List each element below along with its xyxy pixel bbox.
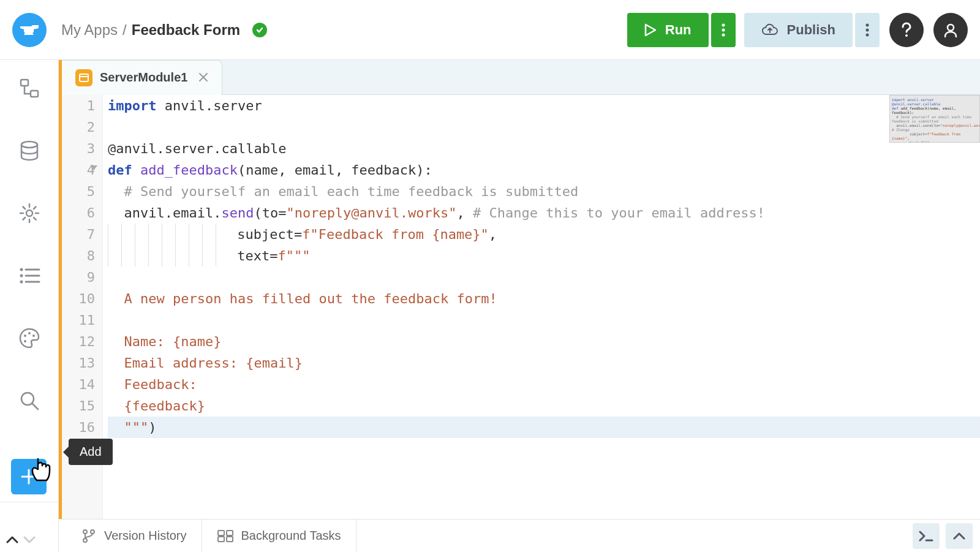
svg-point-2: [722, 33, 725, 36]
svg-point-1: [722, 28, 725, 31]
add-button[interactable]: [11, 459, 47, 494]
code-line[interactable]: subject=f"Feedback from {name}",: [108, 224, 980, 245]
svg-point-22: [21, 393, 34, 405]
tab-bar: ServerModule1: [59, 60, 980, 95]
code-line[interactable]: Email address: {email}: [108, 352, 980, 374]
svg-line-23: [32, 404, 38, 409]
sidebar-theme[interactable]: [17, 326, 42, 350]
svg-point-21: [24, 340, 26, 342]
tasks-icon: [217, 529, 234, 543]
breadcrumb-separator: /: [123, 21, 127, 39]
code-area[interactable]: import anvil.server@anvil.server.callabl…: [103, 95, 980, 519]
sidebar-settings[interactable]: [17, 201, 42, 225]
saved-check-badge: [252, 23, 267, 37]
svg-rect-9: [31, 91, 38, 97]
version-history-label: Version History: [104, 529, 187, 543]
svg-point-0: [722, 23, 725, 26]
svg-point-30: [83, 530, 87, 534]
svg-point-19: [28, 332, 31, 335]
tab-close[interactable]: [198, 70, 208, 86]
anvil-logo[interactable]: [12, 13, 47, 47]
breadcrumb-app-name[interactable]: Feedback Form: [132, 21, 240, 39]
git-branch-icon: [81, 528, 97, 544]
code-line[interactable]: anvil.email.send(to="noreply@anvil.works…: [108, 202, 980, 224]
code-line[interactable]: A new person has filled out the feedback…: [108, 288, 980, 309]
svg-point-11: [26, 210, 32, 216]
svg-point-5: [866, 33, 869, 36]
code-line[interactable]: Feedback:: [108, 374, 980, 395]
svg-point-18: [24, 335, 26, 337]
tree-icon: [18, 77, 40, 99]
anvil-icon: [19, 24, 40, 36]
chevron-up-icon: [953, 532, 965, 540]
code-line[interactable]: # Send yourself an email each time feedb…: [108, 181, 980, 202]
code-line[interactable]: [108, 116, 980, 138]
version-history-tab[interactable]: Version History: [66, 520, 202, 553]
breadcrumb-parent[interactable]: My Apps: [61, 21, 118, 39]
svg-rect-26: [80, 74, 88, 81]
tab-servermodule1[interactable]: ServerModule1: [62, 60, 222, 95]
svg-point-4: [866, 28, 869, 31]
play-icon: [644, 23, 657, 37]
sidebar-logs[interactable]: [17, 263, 42, 288]
server-module-icon: [75, 69, 92, 86]
sidebar-app-browser[interactable]: [17, 76, 42, 100]
code-editor[interactable]: 12345678910111213141516 import anvil.ser…: [59, 95, 980, 519]
code-line[interactable]: {feedback}: [108, 395, 980, 417]
code-line[interactable]: Name: {name}: [108, 331, 980, 352]
svg-point-20: [32, 335, 35, 337]
search-icon: [19, 390, 40, 411]
run-button[interactable]: Run: [627, 13, 709, 47]
minimap[interactable]: import anvil.server @anvil.server.callab…: [889, 95, 980, 143]
nav-down[interactable]: [21, 531, 38, 548]
svg-rect-8: [21, 80, 28, 86]
code-line[interactable]: def add_feedback(name, email, feedback):: [108, 159, 980, 181]
publish-more-button[interactable]: [855, 13, 880, 47]
nav-chevrons: [0, 502, 59, 552]
more-vertical-icon: [722, 23, 725, 37]
palette-icon: [18, 327, 40, 349]
top-bar: My Apps / Feedback Form Run Publish: [0, 0, 980, 60]
user-icon: [943, 22, 959, 38]
sidebar-search[interactable]: [17, 388, 42, 413]
code-line[interactable]: text=f""": [108, 245, 980, 267]
code-line[interactable]: [108, 267, 980, 288]
svg-rect-35: [218, 537, 224, 542]
sidebar-data[interactable]: [17, 138, 42, 163]
list-icon: [18, 267, 40, 285]
code-line[interactable]: import anvil.server: [108, 95, 980, 116]
help-button[interactable]: [889, 13, 924, 47]
breadcrumb: My Apps / Feedback Form: [61, 21, 267, 39]
svg-point-32: [91, 530, 94, 534]
code-line[interactable]: """): [108, 417, 980, 438]
svg-rect-33: [218, 531, 224, 535]
code-line[interactable]: @anvil.server.callable: [108, 138, 980, 159]
code-line[interactable]: [108, 309, 980, 331]
svg-point-31: [83, 539, 87, 542]
svg-point-14: [20, 274, 23, 278]
run-label: Run: [665, 22, 692, 38]
publish-button[interactable]: Publish: [744, 13, 853, 47]
svg-rect-34: [227, 531, 233, 535]
more-vertical-icon: [865, 23, 869, 37]
svg-point-7: [948, 25, 954, 31]
console-button[interactable]: [913, 523, 940, 549]
nav-up[interactable]: [4, 531, 21, 548]
gear-icon: [18, 202, 40, 224]
question-icon: [901, 22, 912, 38]
add-tooltip: Add: [69, 439, 113, 465]
terminal-icon: [919, 531, 933, 542]
svg-rect-36: [227, 537, 233, 542]
run-more-button[interactable]: [711, 13, 736, 47]
check-icon: [255, 26, 264, 34]
tooltip-text: Add: [80, 445, 102, 458]
expand-panel-button[interactable]: [946, 523, 973, 549]
svg-point-6: [905, 34, 908, 37]
account-button[interactable]: [933, 13, 968, 47]
plus-icon: [20, 467, 38, 486]
svg-point-16: [20, 281, 23, 284]
svg-point-12: [20, 268, 23, 271]
background-tasks-tab[interactable]: Background Tasks: [202, 520, 356, 553]
cloud-upload-icon: [761, 23, 778, 37]
close-icon: [198, 72, 208, 82]
